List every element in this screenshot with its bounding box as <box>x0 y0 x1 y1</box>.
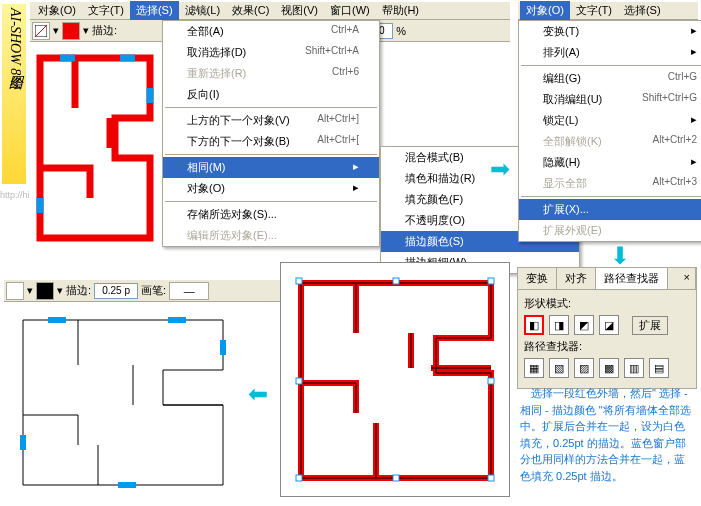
tab-pathfinder[interactable]: 路径查找器 <box>596 268 668 289</box>
dd-inverse[interactable]: 反向(I) <box>163 84 379 105</box>
svg-rect-5 <box>20 435 26 450</box>
svg-rect-14 <box>488 475 494 481</box>
instruction-note: 选择一段红色外墙，然后" 选择 - 相同 - 描边颜色 "将所有墙体全部选中。扩… <box>520 385 695 484</box>
stroke-color-swatch[interactable] <box>62 22 80 40</box>
rm-expandapp: 扩展外观(E) <box>519 220 701 241</box>
brush-label: 画笔: <box>141 283 166 298</box>
rm-unlockall: 全部解锁(K)Alt+Ctrl+2 <box>519 131 701 152</box>
rm-transform[interactable]: 变换(T)▸ <box>519 21 701 42</box>
rm-lock[interactable]: 锁定(L)▸ <box>519 110 701 131</box>
shape-mode-label: 形状模式: <box>524 296 690 311</box>
rm-showall: 显示全部Alt+Ctrl+3 <box>519 173 701 194</box>
menubar: 对象(O) 文字(T) 选择(S) 滤镜(L) 效果(C) 视图(V) 窗口(W… <box>30 2 510 20</box>
arrow-left-icon: ⬅ <box>248 380 268 408</box>
tab-align[interactable]: 对齐 <box>557 268 596 289</box>
svg-rect-13 <box>393 475 399 481</box>
canvas-original <box>30 48 160 258</box>
percent-label: % <box>396 25 406 37</box>
dropdown-arrow-icon[interactable]: ▾ <box>83 24 89 37</box>
svg-rect-4 <box>220 340 226 355</box>
menu-view[interactable]: 视图(V) <box>275 1 324 20</box>
toolbar-second: ▾ ▾ 描边: 画笔: — <box>4 280 284 302</box>
menu-select[interactable]: 选择(S) <box>130 1 179 20</box>
brush-selector[interactable]: — <box>169 282 209 300</box>
svg-rect-3 <box>168 317 186 323</box>
shape-exclude-button[interactable]: ◪ <box>599 315 619 335</box>
arrow-down-icon: ⬇ <box>610 242 630 270</box>
menu-object[interactable]: 对象(O) <box>32 1 82 20</box>
canvas-result <box>8 305 238 500</box>
pf-minusback[interactable]: ▤ <box>649 358 669 378</box>
svg-rect-11 <box>488 378 494 384</box>
dd-edit-sel: 编辑所选对象(E)... <box>163 225 379 246</box>
stroke-swatch[interactable] <box>36 282 54 300</box>
rm-ungroup[interactable]: 取消编组(U)Shift+Ctrl+G <box>519 89 701 110</box>
pathfinder-label: 路径查找器: <box>524 339 690 354</box>
tab-transform[interactable]: 变换 <box>518 268 557 289</box>
rm-type[interactable]: 文字(T) <box>570 1 618 20</box>
right-menu-area: 对象(O) 文字(T) 选择(S) 变换(T)▸ 排列(A)▸ 编组(G)Ctr… <box>518 2 698 242</box>
menu-window[interactable]: 窗口(W) <box>324 1 376 20</box>
svg-rect-8 <box>393 278 399 284</box>
dd-same[interactable]: 相同(M)▸ <box>163 157 379 178</box>
dd-save-sel[interactable]: 存储所选对象(S)... <box>163 204 379 225</box>
shape-intersect-button[interactable]: ◩ <box>574 315 594 335</box>
rm-arrange[interactable]: 排列(A)▸ <box>519 42 701 63</box>
rm-expand[interactable]: 扩展(X)... <box>519 199 701 220</box>
dd-object[interactable]: 对象(O)▸ <box>163 178 379 199</box>
dd-reselect: 重新选择(R)Ctrl+6 <box>163 63 379 84</box>
dropdown-select: 全部(A)Ctrl+A 取消选择(D)Shift+Ctrl+A 重新选择(R)C… <box>162 20 380 247</box>
svg-rect-7 <box>296 278 302 284</box>
dd-all[interactable]: 全部(A)Ctrl+A <box>163 21 379 42</box>
fill-swatch[interactable] <box>6 282 24 300</box>
menu-effect[interactable]: 效果(C) <box>226 1 275 20</box>
pf-crop[interactable]: ▩ <box>599 358 619 378</box>
pf-merge[interactable]: ▨ <box>574 358 594 378</box>
expand-button[interactable]: 扩展 <box>632 316 668 335</box>
side-logo: AI-SHOW绘图 8 <box>2 4 26 184</box>
pf-divide[interactable]: ▦ <box>524 358 544 378</box>
rm-select[interactable]: 选择(S) <box>618 1 667 20</box>
shape-unite-button[interactable]: ◧ <box>524 315 544 335</box>
pf-outline[interactable]: ▥ <box>624 358 644 378</box>
arrow-right-icon: ➡ <box>490 155 510 183</box>
svg-rect-10 <box>296 378 302 384</box>
svg-rect-9 <box>488 278 494 284</box>
rm-group[interactable]: 编组(G)Ctrl+G <box>519 68 701 89</box>
dropdown-arrow-icon[interactable]: ▾ <box>27 284 33 297</box>
dropdown-arrow-icon[interactable]: ▾ <box>57 284 63 297</box>
pathfinder-tabs: 变换 对齐 路径查找器 × <box>518 268 696 290</box>
stroke-label-2: 描边: <box>66 283 91 298</box>
canvas-selected[interactable] <box>280 262 510 497</box>
stroke-label: 描边: <box>92 23 117 38</box>
menu-filter[interactable]: 滤镜(L) <box>179 1 226 20</box>
dropdown-arrow-icon[interactable]: ▾ <box>53 24 59 37</box>
svg-rect-12 <box>296 475 302 481</box>
dd-deselect[interactable]: 取消选择(D)Shift+Ctrl+A <box>163 42 379 63</box>
pathfinder-panel: 变换 对齐 路径查找器 × 形状模式: ◧ ◨ ◩ ◪ 扩展 路径查找器: ▦ … <box>517 267 697 389</box>
menu-type[interactable]: 文字(T) <box>82 1 130 20</box>
rm-hide[interactable]: 隐藏(H)▸ <box>519 152 701 173</box>
shape-minus-button[interactable]: ◨ <box>549 315 569 335</box>
close-icon[interactable]: × <box>679 268 696 289</box>
svg-rect-6 <box>118 482 136 488</box>
svg-rect-2 <box>48 317 66 323</box>
dd-next-below[interactable]: 下方的下一个对象(B)Alt+Ctrl+[ <box>163 131 379 152</box>
dd-next-above[interactable]: 上方的下一个对象(V)Alt+Ctrl+] <box>163 110 379 131</box>
menu-help[interactable]: 帮助(H) <box>376 1 425 20</box>
rm-object[interactable]: 对象(O) <box>520 1 570 20</box>
pf-trim[interactable]: ▧ <box>549 358 569 378</box>
stroke-width-input[interactable] <box>94 283 138 299</box>
no-fill-icon[interactable] <box>32 22 50 40</box>
